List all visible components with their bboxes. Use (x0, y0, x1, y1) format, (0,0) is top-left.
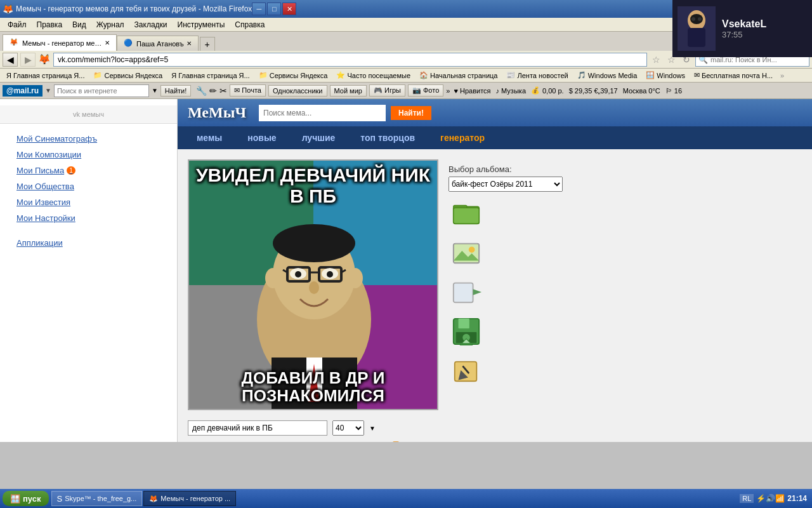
svg-point-18 (309, 281, 319, 294)
svg-rect-26 (454, 208, 479, 224)
svg-point-4 (691, 17, 695, 21)
currency-label: $ 29,35 €„39,17 (569, 87, 618, 95)
mailru-logo[interactable]: @mail.ru (3, 85, 43, 97)
taskbar-items: S Skype™ - the_free_g... 🦊 Мемыч - генер… (51, 491, 735, 506)
bookmark-windows[interactable]: 🪟 Windows (642, 70, 689, 80)
bookmark-main-ya2[interactable]: Я Главная страница Я... (167, 71, 253, 80)
nav-creators[interactable]: топ творцов (348, 126, 428, 149)
bookmark-visited[interactable]: ⭐ Часто посещаемые (332, 70, 414, 80)
back-button[interactable]: ◀ (3, 53, 18, 67)
main-layout: vk мемыч Мой Синематографъ Мои Композици… (0, 99, 812, 442)
maximize-button[interactable]: □ (267, 3, 281, 15)
album-dropdown[interactable]: байк-фест Озёры 2011 (449, 177, 563, 192)
nav-best[interactable]: лучшие (289, 126, 348, 149)
flag-label: 🏳 16 (665, 87, 682, 95)
tab-close-memich[interactable]: ✕ (105, 39, 110, 46)
nav-memes[interactable]: мемы (184, 126, 235, 149)
save-button[interactable] (449, 314, 484, 349)
menu-edit[interactable]: Правка (32, 19, 68, 30)
menu-tools[interactable]: Инструменты (173, 19, 230, 30)
nav-new[interactable]: новые (235, 126, 289, 149)
folder2-icon: 📁 (259, 71, 268, 79)
tab-label-memich: Мемыч - генератор мемов для тебя и т... (22, 39, 102, 47)
sidebar-link-news[interactable]: Мои Известия (6, 195, 171, 210)
mail-button[interactable]: ✉ Почта (230, 84, 266, 97)
windows-icon: 🪟 (646, 71, 655, 79)
windows-media-icon: 🎵 (577, 71, 586, 79)
weather-label: Москва 0°С (623, 87, 660, 95)
transfer-button[interactable] (449, 274, 484, 310)
text-row-1: 403050 ▼ (188, 420, 802, 436)
find-button[interactable]: Найти! (160, 85, 191, 97)
visited-icon: ⭐ (336, 71, 345, 79)
meme-text-bottom: ДОБАВИЛ В ДР И ПОЗНАКОМИЛСЯ (189, 369, 437, 405)
generator-area: УВИДЕЛ ДЕВЧАЧИЙ НИК В ПБ ДОБАВИЛ В ДР И … (178, 149, 812, 420)
games-button[interactable]: 🎮 Игры (369, 84, 405, 97)
adjust-icon: 🔧 (196, 86, 207, 96)
balance-label: 0,00 р. (542, 87, 564, 95)
top-text-input[interactable] (188, 420, 327, 436)
menu-help[interactable]: Справка (230, 19, 270, 30)
size-dropdown-icon-1[interactable]: ▼ (369, 425, 376, 432)
svg-rect-43 (393, 441, 399, 442)
sidebar-link-cinema[interactable]: Мой Синематографъ (6, 131, 171, 146)
bookmark-home[interactable]: 🏠 Начальная страница (416, 70, 501, 80)
sidebar-link-music[interactable]: Мои Композиции (6, 147, 171, 162)
svg-point-5 (698, 17, 702, 21)
bookmark-windows-media[interactable]: 🎵 Windows Media (573, 70, 641, 80)
bookmark-news[interactable]: 📰 Лента новостей (502, 70, 572, 80)
mailru-search-input[interactable] (54, 84, 149, 97)
more-toolbar-icon[interactable]: » (446, 87, 450, 95)
forward-button[interactable]: ▶ (20, 53, 36, 67)
bookmark-star-icon[interactable]: ☆ (650, 53, 662, 66)
svg-rect-31 (454, 283, 473, 303)
more-bookmarks-icon[interactable]: » (780, 72, 784, 79)
language-indicator[interactable]: RL (740, 494, 754, 503)
notif-username: VsekateL (722, 18, 766, 30)
svg-point-23 (348, 268, 363, 288)
start-icon: 🪟 (10, 494, 20, 504)
site-header: МеМыЧ Найти! (178, 99, 812, 126)
bookmark-folder-services[interactable]: 📁 Сервисы Яндекса (89, 70, 166, 80)
edit-button[interactable] (449, 353, 484, 389)
pencil-button[interactable] (381, 441, 411, 442)
open-folder-button[interactable] (449, 196, 484, 231)
nav-generator[interactable]: генератор (428, 126, 497, 149)
new-tab-button[interactable]: + (200, 37, 215, 51)
sidebar-link-apps[interactable]: Аппликации (6, 236, 171, 250)
menu-view[interactable]: Вид (67, 19, 91, 30)
tab-memich[interactable]: 🦊 Мемыч - генератор мемов для тебя и т..… (3, 34, 117, 51)
svg-rect-39 (455, 362, 477, 382)
minimize-button[interactable]: ─ (252, 3, 266, 15)
ok-button[interactable]: Одноклассники (268, 85, 327, 97)
url-input[interactable] (53, 53, 647, 67)
photo-button[interactable]: 📷 Фото (408, 84, 443, 97)
mymirок-button[interactable]: Мой мир (330, 85, 367, 97)
bookmark-freemail[interactable]: ✉ Бесплатная почта Н... (690, 70, 776, 80)
album-label: Выбор альбома: (449, 164, 563, 174)
tab-pasha[interactable]: 🔵 Паша Атановъ ✕ (117, 36, 199, 51)
bookmark-folder-services2[interactable]: 📁 Сервисы Яндекса (255, 70, 332, 80)
taskbar-skype[interactable]: S Skype™ - the_free_g... (51, 491, 143, 506)
bookmark-main-ya[interactable]: Я Главная страница Я... (3, 71, 88, 80)
top-size-select[interactable]: 403050 (332, 420, 364, 436)
close-button[interactable]: ✕ (282, 3, 296, 15)
album-selector: Выбор альбома: байк-фест Озёры 2011 (449, 164, 563, 192)
photo-button[interactable] (449, 235, 484, 271)
menu-file[interactable]: Файл (3, 19, 32, 30)
scissors-icon: ✂ (219, 86, 227, 96)
header-search-input[interactable] (259, 105, 386, 121)
svg-point-17 (327, 271, 333, 277)
sidebar-link-messages[interactable]: Мои Письма 1 (6, 163, 171, 178)
taskbar: 🪟 пуск S Skype™ - the_free_g... 🦊 Мемыч … (0, 489, 812, 508)
header-search-button[interactable]: Найти! (391, 106, 431, 120)
menu-bookmarks[interactable]: Закладки (129, 19, 173, 30)
search-dropdown-icon[interactable]: ▼ (152, 87, 158, 94)
sidebar-link-settings[interactable]: Мои Настройки (6, 211, 171, 225)
menu-journal[interactable]: Журнал (91, 19, 129, 30)
sidebar-link-societies[interactable]: Мои Общества (6, 179, 171, 194)
start-button[interactable]: 🪟 пуск (3, 491, 49, 506)
tab-label-pasha: Паша Атановъ (136, 40, 184, 48)
taskbar-memich[interactable]: 🦊 Мемыч - генератор ... (143, 491, 236, 506)
tab-close-pasha[interactable]: ✕ (187, 40, 192, 47)
